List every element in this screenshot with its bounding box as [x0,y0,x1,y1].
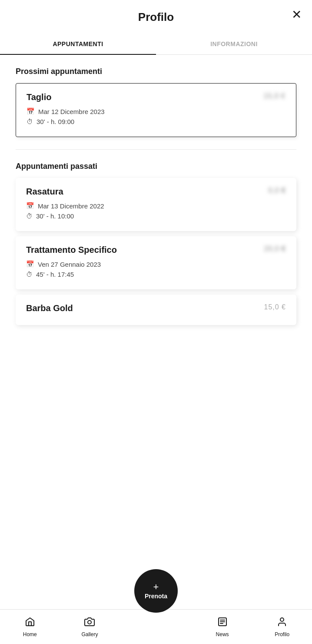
tab-appuntamenti[interactable]: APPUNTAMENTI [0,34,156,54]
fab-label: Prenota [145,593,167,600]
past-appointment-card-2[interactable]: Trattamento Specifico 20,0 € 📅 Ven 27 Ge… [16,236,296,289]
tab-informazioni[interactable]: INFORMAZIONI [156,34,312,54]
past-appointment-card-3[interactable]: Barba Gold 15,0 € [16,295,296,325]
past-appointment-price-1: 0,0 € [268,187,286,195]
past-appointment-time-2: ⏱ 45' - h. 17:45 [26,271,286,278]
calendar-icon-2: 📅 [26,202,34,210]
camera-icon [84,617,95,630]
past-appointment-card-1[interactable]: Rasatura 0,0 € 📅 Mar 13 Dicembre 2022 ⏱ … [16,178,296,231]
calendar-icon-3: 📅 [26,260,34,268]
nav-label-gallery: Gallery [81,631,98,637]
clock-icon-3: ⏱ [26,271,33,278]
past-appointment-date-2: 📅 Ven 27 Gennaio 2023 [26,260,286,268]
past-appointment-name-3: Barba Gold [26,303,73,313]
page-title: Profilo [138,10,174,24]
nav-item-gallery[interactable]: Gallery [72,617,107,637]
calendar-icon: 📅 [27,107,35,115]
nav-item-home[interactable]: Home [13,617,47,637]
svg-point-5 [280,618,284,621]
nav-label-news: News [216,631,229,637]
content-area: Prossimi appuntamenti Taglio 15,0 € 📅 Ma… [0,55,312,400]
nav-label-profilo: Profilo [275,631,289,637]
upcoming-appointment-date: 📅 Mar 12 Dicembre 2023 [27,107,285,115]
svg-point-0 [88,621,91,624]
past-appointment-name-2: Trattamento Specifico [26,245,117,255]
upcoming-appointment-time: ⏱ 30' - h. 09:00 [27,118,285,125]
upcoming-section-title: Prossimi appuntamenti [16,67,296,76]
upcoming-appointment-card[interactable]: Taglio 15,0 € 📅 Mar 12 Dicembre 2023 ⏱ 3… [16,83,296,137]
past-appointment-name-1: Rasatura [26,187,63,197]
nav-item-news[interactable]: News [205,617,240,637]
news-icon [217,617,228,630]
prenota-fab-button[interactable]: + Prenota [134,569,178,613]
home-icon [25,617,35,630]
header: Profilo ✕ [0,0,312,29]
nav-item-profilo[interactable]: Profilo [265,617,299,637]
past-appointment-date-1: 📅 Mar 13 Dicembre 2022 [26,202,286,210]
past-section-title: Appuntamenti passati [16,162,296,171]
person-icon [277,617,287,630]
tab-bar: APPUNTAMENTI INFORMAZIONI [0,34,312,55]
past-appointment-time-1: ⏱ 30' - h. 10:00 [26,212,286,220]
past-appointment-price-2: 20,0 € [264,245,286,253]
fab-plus-icon: + [153,582,159,592]
upcoming-appointment-name: Taglio [27,92,51,102]
section-divider [16,149,296,150]
clock-icon: ⏱ [27,118,33,125]
close-button[interactable]: ✕ [292,9,302,21]
upcoming-appointment-price: 15,0 € [264,92,286,100]
nav-label-home: Home [23,631,37,637]
clock-icon-2: ⏱ [26,212,33,220]
bottom-navigation: Home Gallery News P [0,609,312,644]
past-appointment-price-3: 15,0 € [264,303,286,311]
